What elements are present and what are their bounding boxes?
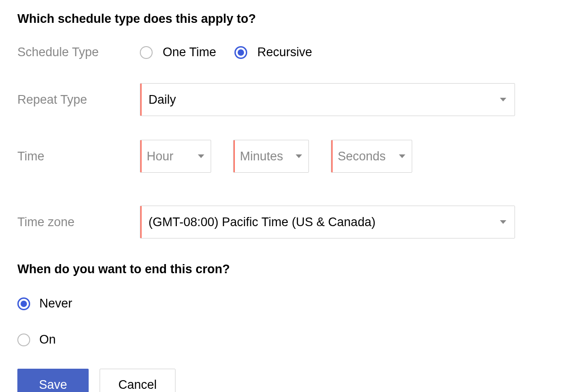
timezone-select[interactable]: (GMT-08:00) Pacific Time (US & Canada) [140, 206, 515, 238]
time-selects-group: Hour Minutes Seconds [140, 140, 412, 173]
timezone-label: Time zone [17, 215, 140, 229]
chevron-down-icon [500, 220, 506, 224]
radio-label-one-time: One Time [163, 45, 216, 59]
minutes-select[interactable]: Minutes [233, 140, 309, 173]
chevron-down-icon [399, 154, 405, 158]
radio-circle-one-time[interactable] [140, 46, 153, 59]
minutes-placeholder: Minutes [240, 149, 291, 164]
hour-select[interactable]: Hour [140, 140, 211, 173]
radio-label-on: On [39, 333, 56, 347]
radio-option-one-time[interactable]: One Time [140, 45, 216, 59]
radio-dot [238, 49, 244, 56]
radio-option-recursive[interactable]: Recursive [234, 45, 312, 59]
timezone-row: Time zone (GMT-08:00) Pacific Time (US &… [17, 206, 567, 238]
repeat-type-row: Repeat Type Daily [17, 83, 567, 116]
chevron-down-icon [296, 154, 302, 158]
radio-circle-never[interactable] [17, 297, 30, 310]
seconds-placeholder: Seconds [338, 149, 394, 164]
schedule-type-heading: Which schedule type does this apply to? [17, 12, 567, 26]
schedule-form: Which schedule type does this apply to? … [17, 12, 567, 392]
cancel-button[interactable]: Cancel [100, 369, 175, 392]
radio-circle-recursive[interactable] [234, 46, 247, 59]
repeat-type-value: Daily [149, 93, 495, 107]
time-row: Time Hour Minutes Seconds [17, 140, 567, 173]
seconds-select[interactable]: Seconds [331, 140, 412, 173]
radio-label-recursive: Recursive [257, 45, 312, 59]
radio-label-never: Never [39, 297, 72, 311]
time-label: Time [17, 149, 140, 164]
chevron-down-icon [500, 98, 506, 101]
hour-placeholder: Hour [147, 149, 193, 164]
end-cron-heading: When do you want to end this cron? [17, 262, 567, 276]
radio-option-never[interactable]: Never [17, 297, 567, 311]
repeat-type-label: Repeat Type [17, 93, 140, 107]
chevron-down-icon [198, 154, 204, 158]
radio-option-on[interactable]: On [17, 333, 567, 347]
radio-dot [21, 301, 27, 307]
radio-circle-on[interactable] [17, 334, 30, 346]
timezone-value: (GMT-08:00) Pacific Time (US & Canada) [149, 215, 495, 229]
repeat-type-select[interactable]: Daily [140, 83, 515, 116]
end-cron-section: When do you want to end this cron? Never… [17, 262, 567, 392]
schedule-type-label: Schedule Type [17, 45, 140, 59]
form-buttons: Save Cancel [17, 369, 567, 392]
save-button[interactable]: Save [17, 369, 89, 392]
schedule-type-radio-group: One Time Recursive [140, 45, 312, 59]
schedule-type-row: Schedule Type One Time Recursive [17, 45, 567, 59]
